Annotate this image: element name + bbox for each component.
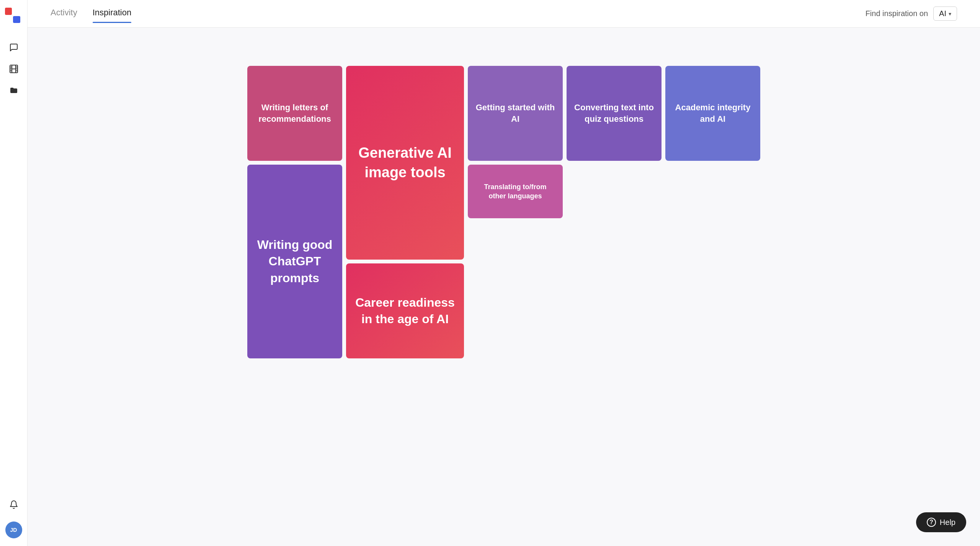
folder-icon[interactable] (7, 83, 21, 97)
tab-inspiration[interactable]: Inspiration (93, 8, 132, 20)
tile-getting-started[interactable]: Getting started with AI (468, 66, 563, 161)
sidebar-bottom: JD (5, 494, 22, 538)
user-avatar[interactable]: JD (5, 521, 22, 538)
tab-activity[interactable]: Activity (51, 8, 77, 20)
app-logo[interactable] (5, 8, 23, 25)
notifications-icon[interactable] (7, 498, 21, 512)
nav-tabs: Activity Inspiration (51, 8, 131, 20)
tile-translating[interactable]: Translating to/from other languages (468, 165, 563, 218)
tile-career[interactable]: Career readiness in the age of AI (346, 263, 464, 358)
help-icon: ? (927, 518, 936, 527)
tile-academic-text: Academic integrity and AI (673, 102, 753, 124)
dropdown-value: AI (939, 9, 946, 18)
chevron-down-icon: ▾ (949, 11, 951, 17)
inspiration-mosaic: Writing letters of recommendations Gener… (247, 66, 760, 358)
header-right: Find inspiration on AI ▾ (866, 7, 957, 21)
film-icon[interactable] (7, 62, 21, 76)
chat-icon[interactable] (7, 41, 21, 54)
find-inspiration-label: Find inspiration on (866, 9, 928, 18)
tile-getting-started-text: Getting started with AI (475, 102, 555, 124)
tile-writing-good[interactable]: Writing good ChatGPT prompts (247, 165, 342, 358)
tile-generative-ai[interactable]: Generative AI image tools (346, 66, 464, 260)
tile-writing-letters-text: Writing letters of recommendations (255, 102, 335, 124)
ai-dropdown[interactable]: AI ▾ (933, 7, 957, 21)
main-content: Writing letters of recommendations Gener… (28, 28, 980, 546)
sidebar: JD (0, 0, 28, 546)
help-button[interactable]: ? Help (916, 512, 966, 532)
help-label: Help (940, 518, 956, 527)
tile-career-text: Career readiness in the age of AI (354, 294, 456, 327)
tile-academic[interactable]: Academic integrity and AI (665, 66, 760, 161)
tile-converting[interactable]: Converting text into quiz questions (567, 66, 662, 161)
tile-writing-letters[interactable]: Writing letters of recommendations (247, 66, 342, 161)
header: Activity Inspiration Find inspiration on… (28, 0, 980, 28)
tile-translating-text: Translating to/from other languages (475, 182, 555, 201)
tile-converting-text: Converting text into quiz questions (574, 102, 654, 124)
tile-writing-good-text: Writing good ChatGPT prompts (255, 237, 335, 286)
tile-generative-ai-text: Generative AI image tools (354, 143, 456, 183)
